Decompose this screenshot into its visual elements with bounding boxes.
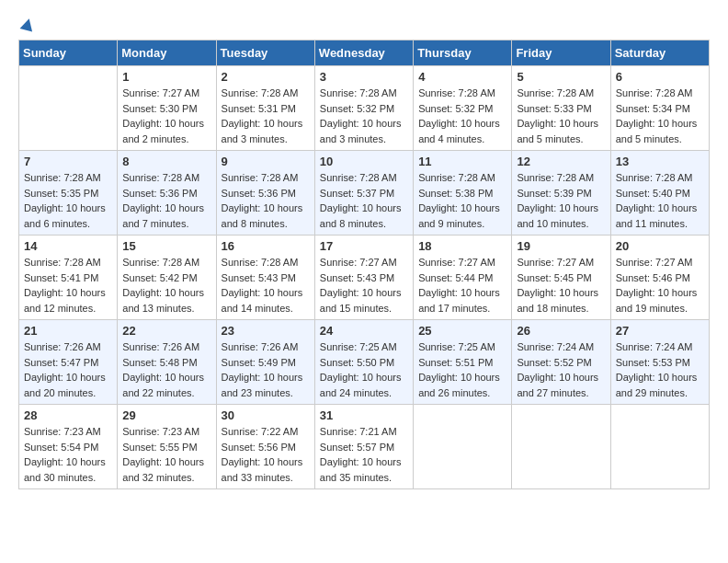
calendar-cell: 28Sunrise: 7:23 AMSunset: 5:54 PMDayligh… — [19, 405, 118, 489]
day-number: 26 — [517, 324, 605, 338]
calendar-cell: 10Sunrise: 7:28 AMSunset: 5:37 PMDayligh… — [314, 151, 413, 236]
day-info: Sunrise: 7:28 AMSunset: 5:38 PMDaylight:… — [418, 170, 506, 231]
day-info: Sunrise: 7:28 AMSunset: 5:42 PMDaylight:… — [122, 255, 210, 316]
day-number: 20 — [616, 239, 704, 253]
calendar-cell: 23Sunrise: 7:26 AMSunset: 5:49 PMDayligh… — [216, 320, 314, 405]
logo-triangle-icon — [20, 17, 36, 31]
calendar-cell: 29Sunrise: 7:23 AMSunset: 5:55 PMDayligh… — [118, 405, 216, 489]
calendar-cell: 8Sunrise: 7:28 AMSunset: 5:36 PMDaylight… — [118, 151, 216, 236]
day-number: 17 — [320, 239, 408, 253]
calendar-cell: 5Sunrise: 7:28 AMSunset: 5:33 PMDaylight… — [512, 66, 610, 151]
column-header-friday: Friday — [512, 40, 610, 66]
day-info: Sunrise: 7:28 AMSunset: 5:34 PMDaylight:… — [616, 86, 704, 146]
calendar-cell: 12Sunrise: 7:28 AMSunset: 5:39 PMDayligh… — [512, 151, 610, 236]
calendar-cell: 4Sunrise: 7:28 AMSunset: 5:32 PMDaylight… — [414, 66, 512, 151]
day-number: 15 — [122, 239, 210, 253]
day-number: 13 — [616, 155, 704, 168]
column-header-thursday: Thursday — [414, 40, 512, 66]
day-info: Sunrise: 7:28 AMSunset: 5:41 PMDaylight:… — [24, 255, 112, 316]
day-info: Sunrise: 7:27 AMSunset: 5:44 PMDaylight:… — [418, 255, 506, 316]
day-info: Sunrise: 7:28 AMSunset: 5:40 PMDaylight:… — [616, 170, 704, 231]
day-info: Sunrise: 7:28 AMSunset: 5:37 PMDaylight:… — [320, 170, 408, 231]
day-number: 25 — [418, 324, 506, 338]
calendar-cell — [512, 405, 610, 489]
day-number: 10 — [320, 155, 408, 168]
day-info: Sunrise: 7:26 AMSunset: 5:47 PMDaylight:… — [24, 339, 112, 400]
day-info: Sunrise: 7:25 AMSunset: 5:50 PMDaylight:… — [320, 339, 408, 400]
calendar-cell: 3Sunrise: 7:28 AMSunset: 5:32 PMDaylight… — [314, 66, 413, 151]
calendar-cell: 1Sunrise: 7:27 AMSunset: 5:30 PMDaylight… — [118, 66, 216, 151]
day-info: Sunrise: 7:28 AMSunset: 5:39 PMDaylight:… — [517, 170, 605, 231]
calendar-cell — [610, 405, 709, 489]
calendar-cell: 19Sunrise: 7:27 AMSunset: 5:45 PMDayligh… — [512, 236, 610, 320]
day-number: 29 — [122, 408, 210, 422]
day-info: Sunrise: 7:28 AMSunset: 5:43 PMDaylight:… — [222, 255, 310, 316]
calendar-cell: 27Sunrise: 7:24 AMSunset: 5:53 PMDayligh… — [610, 320, 709, 405]
day-number: 30 — [222, 408, 310, 422]
calendar-table: SundayMondayTuesdayWednesdayThursdayFrid… — [18, 40, 710, 489]
day-number: 4 — [418, 70, 506, 84]
calendar-cell: 16Sunrise: 7:28 AMSunset: 5:43 PMDayligh… — [216, 236, 314, 320]
day-number: 7 — [24, 155, 112, 168]
calendar-cell: 31Sunrise: 7:21 AMSunset: 5:57 PMDayligh… — [314, 405, 413, 489]
day-number: 16 — [222, 239, 310, 253]
day-number: 1 — [122, 70, 210, 84]
day-info: Sunrise: 7:26 AMSunset: 5:49 PMDaylight:… — [222, 339, 310, 400]
calendar-cell — [19, 66, 118, 151]
column-header-monday: Monday — [118, 40, 216, 66]
day-info: Sunrise: 7:27 AMSunset: 5:45 PMDaylight:… — [517, 255, 605, 316]
calendar-cell: 20Sunrise: 7:27 AMSunset: 5:46 PMDayligh… — [610, 236, 709, 320]
calendar-cell: 13Sunrise: 7:28 AMSunset: 5:40 PMDayligh… — [610, 151, 709, 236]
day-info: Sunrise: 7:21 AMSunset: 5:57 PMDaylight:… — [320, 424, 408, 485]
calendar-cell: 14Sunrise: 7:28 AMSunset: 5:41 PMDayligh… — [19, 236, 118, 320]
day-number: 23 — [222, 324, 310, 338]
day-number: 3 — [320, 70, 408, 84]
day-number: 28 — [24, 408, 112, 422]
calendar-cell: 25Sunrise: 7:25 AMSunset: 5:51 PMDayligh… — [414, 320, 512, 405]
logo — [18, 18, 34, 30]
day-number: 19 — [517, 239, 605, 253]
day-number: 11 — [418, 155, 506, 168]
day-info: Sunrise: 7:27 AMSunset: 5:30 PMDaylight:… — [122, 86, 210, 146]
day-info: Sunrise: 7:28 AMSunset: 5:32 PMDaylight:… — [320, 86, 408, 146]
calendar-cell: 22Sunrise: 7:26 AMSunset: 5:48 PMDayligh… — [118, 320, 216, 405]
day-info: Sunrise: 7:25 AMSunset: 5:51 PMDaylight:… — [418, 339, 506, 400]
day-number: 22 — [122, 324, 210, 338]
calendar-header-row: SundayMondayTuesdayWednesdayThursdayFrid… — [19, 40, 710, 66]
calendar-cell: 11Sunrise: 7:28 AMSunset: 5:38 PMDayligh… — [414, 151, 512, 236]
day-info: Sunrise: 7:28 AMSunset: 5:36 PMDaylight:… — [222, 170, 310, 231]
day-info: Sunrise: 7:23 AMSunset: 5:54 PMDaylight:… — [24, 424, 112, 485]
day-info: Sunrise: 7:28 AMSunset: 5:31 PMDaylight:… — [222, 86, 310, 146]
calendar-week-row: 21Sunrise: 7:26 AMSunset: 5:47 PMDayligh… — [19, 320, 710, 405]
column-header-tuesday: Tuesday — [216, 40, 314, 66]
column-header-sunday: Sunday — [19, 40, 118, 66]
day-info: Sunrise: 7:24 AMSunset: 5:52 PMDaylight:… — [517, 339, 605, 400]
calendar-week-row: 28Sunrise: 7:23 AMSunset: 5:54 PMDayligh… — [19, 405, 710, 489]
day-info: Sunrise: 7:23 AMSunset: 5:55 PMDaylight:… — [122, 424, 210, 485]
day-info: Sunrise: 7:28 AMSunset: 5:35 PMDaylight:… — [24, 170, 112, 231]
calendar-cell: 15Sunrise: 7:28 AMSunset: 5:42 PMDayligh… — [118, 236, 216, 320]
day-info: Sunrise: 7:27 AMSunset: 5:46 PMDaylight:… — [616, 255, 704, 316]
day-number: 5 — [517, 70, 605, 84]
day-number: 27 — [616, 324, 704, 338]
column-header-saturday: Saturday — [610, 40, 709, 66]
calendar-week-row: 7Sunrise: 7:28 AMSunset: 5:35 PMDaylight… — [19, 151, 710, 236]
column-header-wednesday: Wednesday — [314, 40, 413, 66]
page-header — [18, 18, 710, 30]
calendar-cell: 7Sunrise: 7:28 AMSunset: 5:35 PMDaylight… — [19, 151, 118, 236]
day-number: 18 — [418, 239, 506, 253]
day-number: 12 — [517, 155, 605, 168]
day-number: 8 — [122, 155, 210, 168]
calendar-cell: 21Sunrise: 7:26 AMSunset: 5:47 PMDayligh… — [19, 320, 118, 405]
calendar-week-row: 14Sunrise: 7:28 AMSunset: 5:41 PMDayligh… — [19, 236, 710, 320]
calendar-cell: 17Sunrise: 7:27 AMSunset: 5:43 PMDayligh… — [314, 236, 413, 320]
calendar-cell: 6Sunrise: 7:28 AMSunset: 5:34 PMDaylight… — [610, 66, 709, 151]
day-number: 31 — [320, 408, 408, 422]
day-info: Sunrise: 7:27 AMSunset: 5:43 PMDaylight:… — [320, 255, 408, 316]
calendar-cell: 24Sunrise: 7:25 AMSunset: 5:50 PMDayligh… — [314, 320, 413, 405]
day-number: 9 — [222, 155, 310, 168]
calendar-cell — [414, 405, 512, 489]
day-info: Sunrise: 7:28 AMSunset: 5:33 PMDaylight:… — [517, 86, 605, 146]
calendar-cell: 18Sunrise: 7:27 AMSunset: 5:44 PMDayligh… — [414, 236, 512, 320]
calendar-cell: 30Sunrise: 7:22 AMSunset: 5:56 PMDayligh… — [216, 405, 314, 489]
